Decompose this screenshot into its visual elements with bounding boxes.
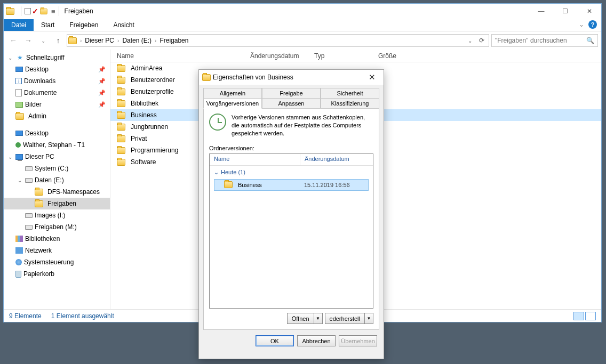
folder-icon	[117, 88, 125, 95]
tree-quick-access[interactable]: ⌄★Schnellzugriff	[4, 52, 110, 63]
pin-icon: 📌	[98, 78, 106, 85]
tree-desktop[interactable]: Desktop📌	[4, 63, 110, 75]
refresh-icon[interactable]: ⟳	[476, 35, 488, 46]
tree-documents[interactable]: Dokumente📌	[4, 87, 110, 99]
ribbon-expand-icon[interactable]: ⌄	[579, 21, 584, 28]
search-placeholder: "Freigaben" durchsuchen	[495, 37, 567, 44]
tree-downloads[interactable]: ↓Downloads📌	[4, 75, 110, 87]
ribbon-tab-share[interactable]: Freigeben	[62, 19, 106, 31]
titlebar[interactable]: ✓ ≡ Freigaben — ☐ ✕	[4, 4, 601, 19]
tab-classification[interactable]: Klassifizierung	[321, 98, 379, 109]
view-large-icon[interactable]	[585, 312, 596, 320]
forward-button[interactable]: →	[22, 34, 35, 47]
tab-security[interactable]: Sicherheit	[321, 88, 379, 99]
file-name: Benutzerprofile	[131, 88, 174, 95]
restore-button[interactable]: ederherstell ▼	[325, 313, 373, 324]
restore-dropdown-icon[interactable]: ▼	[365, 313, 373, 324]
col-name[interactable]: Name	[117, 52, 250, 60]
chevron-right-icon[interactable]: ›	[80, 38, 82, 44]
version-group[interactable]: ⌄Heute (1)	[210, 166, 373, 179]
folder-icon	[117, 159, 125, 166]
ribbon-tab-view[interactable]: Ansicht	[106, 19, 141, 31]
address-dropdown-icon[interactable]: ⌄	[464, 35, 476, 46]
col-date[interactable]: Änderungsdatum	[250, 52, 314, 60]
ribbon: Datei Start Freigeben Ansicht ⌄ ?	[4, 19, 601, 31]
clock-icon	[209, 114, 226, 131]
apply-button[interactable]: Übernehmen	[339, 335, 377, 346]
qat-folder-icon[interactable]	[40, 8, 47, 14]
tab-general[interactable]: Allgemein	[203, 88, 262, 99]
col-size[interactable]: Größe	[378, 52, 396, 60]
chevron-right-icon[interactable]: ›	[117, 38, 119, 44]
qat-divider-icon[interactable]: ≡	[51, 7, 55, 15]
breadcrumb-item[interactable]: Daten (E:)	[120, 36, 154, 45]
ribbon-tab-file[interactable]: Datei	[4, 19, 34, 31]
file-name: Bibliothek	[131, 100, 158, 107]
address-box[interactable]: › Dieser PC › Daten (E:) › Freigaben ⌄ ⟳	[67, 34, 489, 47]
file-name: Privat	[131, 135, 147, 142]
folder-icon	[117, 147, 125, 154]
col-type[interactable]: Typ	[314, 52, 378, 60]
tree-drive-e[interactable]: ⌄Daten (E:)	[4, 174, 110, 186]
tree-pictures[interactable]: Bilder📌	[4, 99, 110, 110]
minimize-button[interactable]: —	[529, 4, 553, 19]
properties-dialog: Eigenschaften von Business ✕ Allgemein F…	[198, 69, 384, 359]
view-details-icon[interactable]	[573, 312, 584, 320]
qat-check-icon[interactable]: ✓	[32, 7, 38, 15]
tree-recycle-bin[interactable]: Papierkorb	[4, 268, 110, 280]
dialog-close-button[interactable]: ✕	[363, 71, 380, 84]
breadcrumb-item[interactable]: Dieser PC	[83, 36, 116, 45]
version-item-date: 15.11.2019 16:56	[304, 182, 368, 188]
ok-button[interactable]: OK	[256, 335, 294, 346]
tree-user[interactable]: Walther, Stephan - T1	[4, 139, 110, 151]
folder-icon	[117, 135, 125, 142]
chevron-right-icon[interactable]: ›	[155, 38, 156, 44]
tree-drive-m[interactable]: Freigaben (M:)	[4, 221, 110, 233]
tree-freigaben[interactable]: Freigaben	[4, 198, 110, 209]
vl-col-name[interactable]: Name	[210, 154, 300, 165]
tree-admin[interactable]: Admin	[4, 110, 110, 122]
recent-dropdown-icon[interactable]: ⌄	[37, 34, 50, 47]
dialog-title: Eigenschaften von Business	[213, 74, 293, 81]
back-button[interactable]: ←	[7, 34, 20, 47]
file-name: Business	[131, 111, 157, 119]
quick-access-toolbar: ✓ ≡	[19, 6, 61, 16]
cancel-button[interactable]: Abbrechen	[297, 335, 336, 346]
tab-previous-versions[interactable]: Vorgängerversionen	[203, 98, 262, 109]
navigation-tree[interactable]: ⌄★Schnellzugriff Desktop📌 ↓Downloads📌 Do…	[4, 50, 110, 309]
help-icon[interactable]: ?	[588, 20, 597, 29]
window-title: Freigaben	[65, 7, 93, 15]
tree-network[interactable]: Netzwerk	[4, 245, 110, 256]
folder-icon	[117, 77, 125, 84]
info-text: Vorherige Versionen stammen aus Schatten…	[232, 114, 373, 137]
close-button[interactable]: ✕	[577, 4, 601, 19]
search-input[interactable]: "Freigaben" durchsuchen 🔍	[491, 34, 598, 47]
tree-control-panel[interactable]: Systemsteuerung	[4, 256, 110, 268]
folder-icon	[117, 124, 125, 131]
version-item[interactable]: Business 15.11.2019 16:56	[214, 179, 369, 191]
pin-icon: 📌	[98, 101, 106, 108]
file-name: Benutzerordner	[131, 76, 175, 84]
column-headers[interactable]: Name Änderungsdatum Typ Größe	[110, 50, 601, 62]
tree-this-pc[interactable]: ⌄Dieser PC	[4, 151, 110, 163]
vl-col-date[interactable]: Änderungsdatum	[300, 154, 354, 165]
tree-libraries[interactable]: Bibliotheken	[4, 233, 110, 245]
tab-panel: Vorherige Versionen stammen aus Schatten…	[203, 108, 379, 330]
tab-customize[interactable]: Anpassen	[262, 98, 321, 109]
tree-drive-i[interactable]: Images (I:)	[4, 209, 110, 221]
up-button[interactable]: ↑	[52, 34, 65, 47]
open-dropdown-icon[interactable]: ▼	[314, 313, 323, 324]
maximize-button[interactable]: ☐	[553, 4, 577, 19]
properties-icon[interactable]	[25, 8, 31, 14]
tree-desktop-root[interactable]: Desktop	[4, 127, 110, 139]
breadcrumb-item[interactable]: Freigaben	[157, 36, 190, 45]
dialog-titlebar[interactable]: Eigenschaften von Business ✕	[199, 70, 384, 85]
ribbon-tab-start[interactable]: Start	[34, 19, 62, 31]
open-button[interactable]: Öffnen ▼	[287, 313, 323, 324]
tree-drive-c[interactable]: System (C:)	[4, 163, 110, 174]
tree-dfs-namespaces[interactable]: DFS-Namespaces	[4, 186, 110, 198]
tab-sharing[interactable]: Freigabe	[262, 88, 321, 99]
file-name: AdminArea	[131, 64, 162, 72]
versions-label: Ordnerversionen:	[209, 145, 373, 151]
versions-list[interactable]: Name Änderungsdatum ⌄Heute (1) Business …	[209, 153, 373, 309]
